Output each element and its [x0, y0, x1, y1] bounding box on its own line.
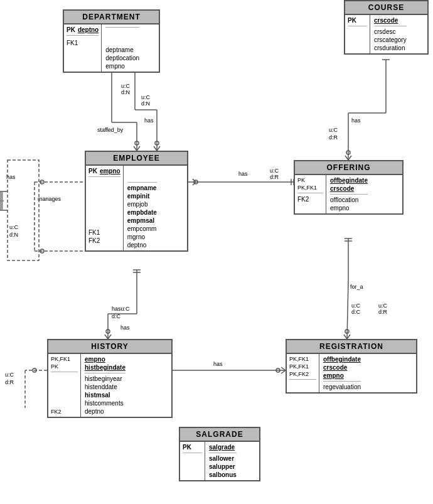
history-pk-col: PK,FK1 PK FK2 — [48, 354, 81, 417]
hist-pk-label: PK — [51, 363, 58, 370]
dept-pk-label: PK — [67, 26, 75, 33]
emp-empmsal: empmsal — [127, 217, 157, 225]
hist-deptno: deptno — [85, 407, 126, 416]
salgrade-entity: SALGRADE PK salgrade sallower salupper s… — [179, 427, 260, 481]
for-a-label: for_a — [350, 284, 363, 290]
department-attrs: deptname deptlocation empno — [102, 24, 143, 72]
svg-point-5 — [135, 141, 139, 145]
off-crscode: crscode — [330, 185, 354, 192]
svg-line-25 — [188, 179, 191, 182]
svg-point-10 — [155, 141, 159, 145]
svg-point-54 — [40, 249, 44, 253]
course-off-uc-label: u:C — [329, 127, 338, 133]
reg-offbegindate: offbegindate — [323, 356, 361, 363]
course-crsduration: crsduration — [374, 44, 407, 52]
svg-line-43 — [347, 335, 350, 339]
svg-point-64 — [33, 368, 36, 372]
svg-rect-56 — [8, 160, 39, 260]
dept-emp-uc2-label: u:C — [141, 94, 151, 100]
left-dr2-label: d:R — [5, 379, 14, 385]
svg-line-34 — [345, 156, 348, 160]
employee-pk-col: PK empno FK1 FK2 — [86, 166, 124, 250]
left-uc2-label: u:C — [5, 372, 14, 378]
emp-fk2-label: FK2 — [88, 237, 100, 244]
left-dn-label: d:N — [9, 232, 18, 238]
emp-pk-label: PK — [88, 168, 97, 174]
emp-off-dr-label: d:R — [270, 174, 279, 180]
emp-off-uc-label: u:C — [270, 168, 279, 174]
svg-line-29 — [193, 182, 196, 185]
dept-emp-uc-label: u:C — [121, 83, 131, 89]
reg-crscode: crscode — [323, 364, 347, 371]
offering-pk-col: PK PK,FK1 FK2 — [295, 175, 326, 213]
has-emp-off-label: has — [238, 171, 248, 177]
hist-fk2-label: FK2 — [51, 409, 61, 415]
registration-title: REGISTRATION — [287, 340, 416, 354]
off-offlocation: offlocation — [330, 196, 368, 204]
left-uc-label: u:C — [9, 224, 19, 230]
reg-pkfk1-label: PK,FK1 — [289, 356, 309, 362]
reg-regevaluation: regevaluation — [323, 383, 361, 391]
hist-histbegindate: histbegindate — [85, 364, 126, 371]
sal-salupper: salupper — [209, 463, 237, 471]
salgrade-title: SALGRADE — [180, 428, 259, 442]
reg-pkfk1b-label: PK,FK1 — [289, 363, 309, 370]
sal-sallower: sallower — [209, 454, 237, 463]
hist-empno: empno — [85, 356, 105, 363]
emp-empjob: empjob — [127, 200, 157, 208]
svg-line-49 — [281, 370, 286, 373]
dept-fk1-label: FK1 — [67, 40, 78, 46]
svg-line-28 — [193, 179, 196, 182]
sal-pk-label: PK — [183, 444, 191, 451]
sal-salgrade: salgrade — [209, 444, 235, 451]
offering-title: OFFERING — [295, 161, 402, 175]
course-pk-label: PK — [348, 17, 356, 24]
off-reg-uc2-label: u:C — [378, 303, 388, 309]
hist-histcomments: histcomments — [85, 399, 126, 407]
course-entity: COURSE PK crscode crsdesc crscategory cr… — [344, 0, 429, 55]
svg-line-12 — [157, 146, 160, 151]
emp-fk1-label: FK1 — [88, 229, 100, 236]
emp-empcomm: empcomm — [127, 225, 157, 233]
employee-entity: EMPLOYEE PK empno FK1 FK2 empname empini… — [85, 151, 188, 252]
course-attrs: crscode crsdesc crscategory crsduration — [370, 15, 410, 53]
has-course-label: has — [351, 117, 361, 124]
history-title: HISTORY — [48, 340, 171, 354]
salgrade-pk-col: PK — [180, 442, 205, 480]
history-attrs: empno histbegindate histbeginyear histen… — [81, 354, 129, 417]
hist-histenddate: histenddate — [85, 383, 126, 391]
hasu-c-label: hasu:C — [112, 306, 130, 312]
dept-pk-attr: deptno — [78, 26, 99, 33]
svg-line-35 — [348, 156, 351, 160]
dept-emp-dn2-label: d:N — [141, 100, 150, 107]
svg-line-20 — [105, 335, 108, 339]
diagram-container: staffed_by u:C d:N u:C d:N has hasu:C d:… — [0, 0, 433, 504]
offering-entity: OFFERING PK PK,FK1 FK2 offbegindate crsc… — [294, 160, 404, 215]
course-crscode: crscode — [374, 17, 398, 24]
course-pk-col: PK — [345, 15, 370, 53]
salgrade-attrs: salgrade sallower salupper salbonus — [205, 442, 240, 480]
hist-pkfk1-label: PK,FK1 — [51, 356, 70, 362]
registration-pk-col: PK,FK1 PK,FK1 PK,FK2 — [287, 354, 319, 392]
hist-histmsal: histmsal — [85, 391, 126, 399]
emp-empinit: empinit — [127, 192, 157, 200]
off-offbegindate: offbegindate — [330, 177, 368, 184]
employee-title: EMPLOYEE — [86, 152, 187, 166]
emp-empbdate: empbdate — [127, 208, 157, 217]
svg-line-11 — [154, 146, 157, 151]
svg-point-47 — [276, 368, 280, 372]
svg-point-19 — [106, 330, 110, 333]
off-empno: empno — [330, 204, 368, 212]
off-reg-dr2-label: d:R — [378, 309, 388, 315]
svg-line-4 — [137, 146, 140, 151]
dept-empno-fk: empno — [105, 62, 139, 70]
svg-line-21 — [108, 335, 111, 339]
svg-line-42 — [344, 335, 347, 339]
emp-mgrno: mgrno — [127, 233, 157, 241]
reg-empno: empno — [323, 372, 344, 379]
has-left-label: has — [6, 174, 16, 180]
emp-empname: empname — [127, 184, 157, 192]
emp-deptno: deptno — [127, 241, 157, 249]
has-dept-label: has — [144, 117, 154, 124]
offering-attrs: offbegindate crscode offlocation empno — [326, 175, 372, 213]
